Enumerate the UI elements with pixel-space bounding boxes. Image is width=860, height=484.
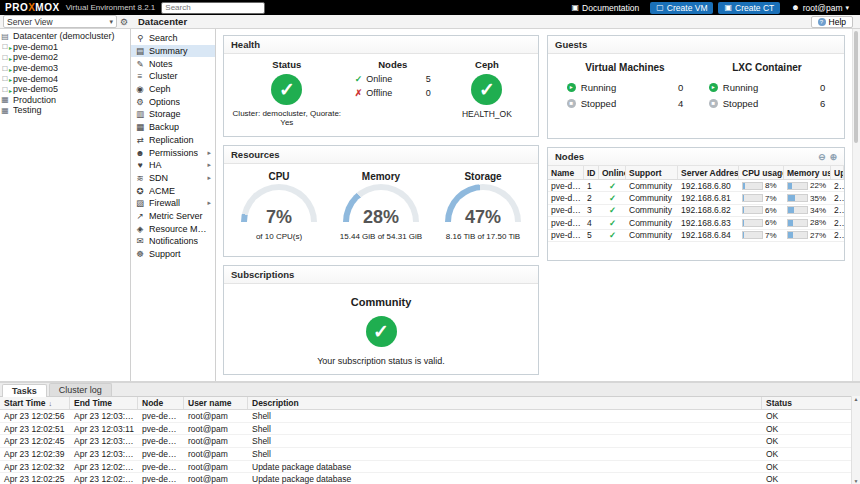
col-id[interactable]: ID <box>584 166 599 179</box>
create-vm-button[interactable]: ▢ Create VM <box>650 2 713 14</box>
nav-item[interactable]: ☻ Permissions ▸ <box>131 146 215 159</box>
col-cpu-usage[interactable]: CPU usage <box>739 166 784 179</box>
nav-item[interactable]: ◉ Ceph <box>131 83 215 96</box>
nav-item[interactable]: ♥ HA ▸ <box>131 159 215 172</box>
help-button[interactable]: ? Help <box>811 16 853 28</box>
node-row[interactable]: pve-demo1 1 ✓ Community 192.168.6.80 8% <box>548 180 844 192</box>
node-icon: ▤ <box>1 32 9 41</box>
node-row[interactable]: pve-demo2 2 ✓ Community 192.168.6.81 7% <box>548 192 844 204</box>
online-row: ✓ Online 5 <box>355 74 431 84</box>
tree-item[interactable]: □▸ pve-demo2 <box>0 52 130 63</box>
scroll-up-icon[interactable]: ▲ <box>854 396 859 402</box>
nav-item-icon: ▥ <box>135 109 145 119</box>
nav-item[interactable]: ▤ Summary <box>131 45 215 58</box>
task-row[interactable]: Apr 23 12:02:25 Apr 23 12:02:29 pve-demo… <box>0 473 860 484</box>
node-row[interactable]: pve-demo5 5 ✓ Community 192.168.6.84 7% <box>548 230 844 242</box>
memory-usage-text: 27% <box>810 231 826 240</box>
tree-item[interactable]: ▦ Production <box>0 95 130 106</box>
tree-item[interactable]: □▸ pve-demo1 <box>0 42 130 53</box>
nav-item[interactable]: ▦ Backup <box>131 121 215 134</box>
nav-item[interactable]: ⚲ Search <box>131 32 215 45</box>
node-memory-cell: 22% <box>784 181 831 190</box>
col-end-time[interactable]: End Time <box>70 397 138 409</box>
col-start-time[interactable]: Start Time↓ <box>0 397 70 409</box>
tree-item[interactable]: ▤ Datacenter (democluster) <box>0 31 130 42</box>
nav-item-label: Search <box>149 33 178 43</box>
chevron-right-icon: ▸ <box>207 174 211 182</box>
col-memory-usage[interactable]: Memory usage <box>784 166 831 179</box>
user-menu-button[interactable]: ☻ root@pam ▾ <box>785 2 855 14</box>
create-ct-button[interactable]: ▣ Create CT <box>718 2 780 14</box>
task-row[interactable]: Apr 23 12:02:56 Apr 23 12:03:15 pve-demo… <box>0 410 860 423</box>
chevron-down-icon: ▾ <box>845 4 849 12</box>
subscription-ok-icon: ✓ <box>366 316 397 347</box>
col-uptime[interactable]: Uptime <box>831 166 844 179</box>
lxc-running-row: ▸ Running 0 <box>709 82 825 93</box>
node-row[interactable]: pve-demo4 4 ✓ Community 192.168.6.83 6% <box>548 217 844 229</box>
nav-item-label: Options <box>149 97 180 107</box>
node-cpu-cell: 8% <box>739 181 784 190</box>
task-row[interactable]: Apr 23 12:02:39 Apr 23 12:03:06 pve-demo… <box>0 448 860 461</box>
col-server-address[interactable]: Server Address <box>678 166 739 179</box>
tab[interactable]: Cluster log <box>49 383 112 396</box>
task-row[interactable]: Apr 23 12:02:45 Apr 23 12:03:08 pve-demo… <box>0 435 860 448</box>
task-row[interactable]: Apr 23 12:02:51 Apr 23 12:03:11 pve-demo… <box>0 423 860 436</box>
col-online[interactable]: Online <box>599 166 626 179</box>
global-search-input[interactable] <box>161 2 265 14</box>
scroll-down-icon[interactable]: ▼ <box>854 478 859 484</box>
collapse-icon[interactable]: ⊖ <box>818 152 826 162</box>
nav-item[interactable]: ✉ Notifications <box>131 235 215 248</box>
tree-item-label: Testing <box>13 105 42 115</box>
col-status[interactable]: Status <box>762 397 860 409</box>
col-support[interactable]: Support <box>626 166 678 179</box>
nav-item[interactable]: ✪ ACME <box>131 184 215 197</box>
nav-item[interactable]: ☸ Support <box>131 248 215 261</box>
book-icon: ▣ <box>572 3 580 12</box>
task-row[interactable]: Apr 23 12:02:32 Apr 23 12:02:36 pve-demo… <box>0 461 860 474</box>
node-icon: □ <box>3 53 8 62</box>
tasks-scrollbar[interactable]: ▲ ▼ <box>851 396 860 484</box>
summary-content: Health Status ✓ Cluster: democluster, Qu… <box>216 29 852 381</box>
stopped-icon: ■ <box>567 99 576 108</box>
nav-item[interactable]: ◈ Resource Mappings <box>131 222 215 235</box>
tree-item[interactable]: □▸ pve-demo4 <box>0 73 130 84</box>
cpu-usage-text: 7% <box>765 194 777 203</box>
node-row[interactable]: pve-demo3 3 ✓ Community 192.168.6.82 6% <box>548 205 844 217</box>
user-name-label: User name <box>188 398 231 408</box>
col-user-name[interactable]: User name <box>184 397 248 409</box>
description-label: Description <box>252 398 299 408</box>
nav-item[interactable]: ≡ Cluster <box>131 70 215 83</box>
tree-item[interactable]: ▦ Testing <box>0 105 130 116</box>
nav-item[interactable]: ▥ Storage <box>131 108 215 121</box>
nav-item[interactable]: ↗ Metric Server <box>131 210 215 223</box>
gauge-caption: 8.16 TiB of 17.50 TiB <box>432 232 534 241</box>
status-label: Status <box>766 398 792 408</box>
node-memory-cell: 28% <box>784 218 831 227</box>
tree-item[interactable]: □▸ pve-demo3 <box>0 63 130 74</box>
nav-item[interactable]: ✎ Notes <box>131 57 215 70</box>
nav-item-icon: ⇄ <box>135 135 145 145</box>
vertical-scrollbar[interactable] <box>852 29 860 381</box>
memory-usage-bar <box>787 182 808 190</box>
documentation-button[interactable]: ▣ Documentation <box>566 2 646 14</box>
gauge-arc: 28% <box>339 183 423 228</box>
nav-item[interactable]: ▨ Firewall ▸ <box>131 197 215 210</box>
scrollbar-thumb[interactable] <box>854 31 858 143</box>
nav-item-icon: ✉ <box>135 236 145 246</box>
tab[interactable]: Tasks <box>2 384 47 397</box>
nav-item[interactable]: ≋ SDN ▸ <box>131 172 215 185</box>
col-description[interactable]: Description <box>248 397 762 409</box>
expand-icon[interactable]: ⊕ <box>829 152 837 162</box>
view-select-area: Server View ▾ ⚙ <box>0 15 131 28</box>
nav-item[interactable]: ⚙ Options <box>131 95 215 108</box>
tree-item[interactable]: □▸ pve-demo5 <box>0 84 130 95</box>
documentation-label: Documentation <box>582 3 639 13</box>
nav-item[interactable]: ⇄ Replication <box>131 134 215 147</box>
col-name[interactable]: Name <box>548 166 584 179</box>
tree-settings-icon[interactable]: ⚙ <box>120 17 128 27</box>
col-node[interactable]: Node <box>138 397 184 409</box>
task-status-cell: OK <box>762 436 860 446</box>
cpu-usage-bar <box>742 206 763 214</box>
view-selector[interactable]: Server View ▾ <box>3 15 117 28</box>
nav-item-label: Summary <box>149 46 188 56</box>
